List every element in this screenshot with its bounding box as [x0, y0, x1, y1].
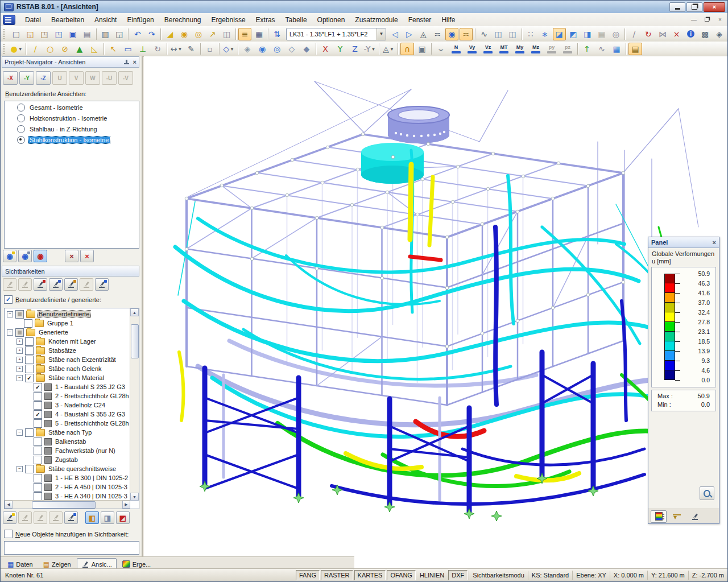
view-button-w[interactable]: W	[85, 71, 100, 85]
result-mz-button[interactable]: Mz	[528, 43, 543, 55]
tree-checkbox[interactable]	[15, 328, 24, 337]
tree-expander-icon[interactable]: −	[7, 329, 13, 336]
rotate-member-button[interactable]: ↻	[151, 43, 164, 55]
info-button[interactable]: i	[684, 28, 697, 40]
tree-checkbox[interactable]	[34, 456, 42, 464]
vis-union-button[interactable]: ◧	[85, 511, 99, 524]
menu-ansicht[interactable]: Ansicht	[89, 14, 122, 26]
project-manager-button[interactable]: ◳	[38, 28, 51, 40]
new-support-button[interactable]: ⊥	[136, 43, 150, 55]
view-item-1[interactable]: Holzkonstruktion - Isometrie	[5, 113, 139, 123]
new-file-button[interactable]: ▢	[10, 28, 23, 40]
view-button-v[interactable]: V	[69, 71, 84, 85]
print-preview-button[interactable]: ◲	[113, 28, 126, 40]
view-z-button[interactable]: Z	[348, 43, 362, 55]
tree-checkbox[interactable]	[34, 419, 42, 428]
selection-mode-button[interactable]: ◎	[609, 28, 622, 40]
panel-tab-filter[interactable]	[687, 510, 703, 523]
pick-object-button[interactable]: ↗	[206, 28, 219, 40]
tree-checkbox[interactable]	[34, 437, 42, 446]
tree-checkbox[interactable]	[34, 492, 42, 501]
vis-tool-2-button[interactable]	[18, 511, 32, 524]
visibility-cancel-button[interactable]: ◉	[34, 250, 47, 262]
navigator-close-icon[interactable]: ×	[133, 59, 136, 65]
print-button[interactable]: ▥	[99, 28, 112, 40]
vis-mode-all-button[interactable]	[3, 278, 16, 291]
result-py-button[interactable]: py	[544, 43, 559, 55]
zoom-out-button[interactable]: ◎	[270, 43, 284, 55]
new-node-button[interactable]: ●▼	[10, 43, 23, 55]
menu-ergebnisse[interactable]: Ergebnisse	[206, 14, 251, 26]
menu-extras[interactable]: Extras	[251, 14, 280, 26]
view-button--x[interactable]: -X	[3, 71, 18, 85]
extend-member-button[interactable]: ◺	[88, 43, 101, 55]
tree-item[interactable]: +Stäbe nach Exzentrizität	[6, 355, 130, 364]
visibility-by-views-button[interactable]: ◉	[18, 250, 32, 262]
tree-item[interactable]: −✓Stäbe nach Material	[6, 373, 130, 382]
tree-checkbox[interactable]: ✓	[25, 374, 34, 382]
vis-edit-button[interactable]	[3, 511, 16, 524]
vis-mode-covered-button[interactable]	[18, 278, 32, 291]
open-file-button[interactable]: ◱	[24, 28, 37, 40]
load-display-button[interactable]: ∿	[478, 28, 491, 40]
move-node-button[interactable]: ↖	[106, 43, 120, 55]
tree-item[interactable]: −Generierte	[6, 328, 130, 337]
pin-icon[interactable]	[123, 59, 130, 65]
panel-title-bar[interactable]: Panel ×	[648, 237, 719, 248]
tree-item[interactable]: Zugstab	[6, 455, 130, 464]
tree-checkbox[interactable]	[25, 337, 34, 346]
node-on-member-button[interactable]: ○	[43, 43, 57, 55]
status-toggle-dxf[interactable]: DXF	[448, 570, 468, 580]
select-line-button[interactable]: ∕	[627, 28, 640, 40]
view-delete-all-button[interactable]: ×	[80, 250, 94, 262]
menu-datei[interactable]: Datei	[20, 14, 46, 26]
tree-expander-icon[interactable]: +	[16, 357, 23, 363]
vis-cancel-button[interactable]	[95, 278, 109, 291]
new-model-data-button[interactable]: ◢	[163, 28, 176, 40]
wireframe-view-button[interactable]: ◇	[285, 43, 299, 55]
move-grid-button[interactable]: ∷	[524, 28, 537, 40]
print-graphic-button[interactable]: ▣	[415, 43, 429, 55]
panel-close-icon[interactable]: ×	[713, 239, 716, 246]
mdi-restore-button[interactable]	[701, 15, 713, 24]
menu-optionen[interactable]: Optionen	[312, 14, 350, 26]
redo-button[interactable]: ↷	[145, 28, 158, 40]
view-button--y[interactable]: -Y	[19, 71, 34, 85]
previous-loadcase-button[interactable]: ◁	[388, 28, 402, 40]
tree-expander-icon[interactable]: +	[16, 366, 23, 372]
menu-berechnung[interactable]: Berechnung	[159, 14, 206, 26]
table-grid-button[interactable]: ▦	[253, 28, 266, 40]
tree-item[interactable]: −Benutzerdefinierte	[6, 309, 130, 319]
tree-item[interactable]: 1 - HE B 300 | DIN 1025-2	[6, 473, 130, 482]
workplane-xz-button[interactable]: ◨	[581, 28, 594, 40]
display-tables-button[interactable]: ≡	[238, 28, 251, 40]
vis-difference-button[interactable]: ◩	[116, 511, 130, 524]
visibility-new-button[interactable]: ◉	[3, 250, 16, 262]
select-window-button[interactable]: ▫	[203, 43, 217, 55]
dimension-button[interactable]: ↔▼	[169, 43, 183, 55]
radio-icon[interactable]	[17, 125, 25, 133]
view-item-2[interactable]: Stahlbau - in Z-Richtung	[5, 124, 139, 134]
tree-checkbox[interactable]: ✓	[34, 410, 42, 419]
radio-icon[interactable]	[17, 136, 25, 144]
view-button--u[interactable]: -U	[102, 71, 117, 85]
vis-tool-3-button[interactable]	[34, 511, 47, 524]
status-toggle-hlinien[interactable]: HLINIEN	[417, 571, 447, 580]
connect-members-button[interactable]: ▲	[73, 43, 86, 55]
window-arrange-2-button[interactable]: ◫	[506, 28, 519, 40]
result-n-button[interactable]: N	[449, 43, 464, 55]
vis-intersection-button[interactable]: ◨	[101, 511, 114, 524]
vis-inverse-button[interactable]	[80, 278, 93, 291]
vis-by-selection-button[interactable]	[34, 278, 47, 291]
menu-fenster[interactable]: Fenster	[403, 14, 437, 26]
new-member-button[interactable]: ∕	[28, 43, 42, 55]
tree-checkbox[interactable]	[24, 319, 32, 328]
generate-loads-button[interactable]: ◉	[177, 28, 191, 40]
result-diagrams-button[interactable]: ∩	[400, 43, 414, 55]
tree-item[interactable]: 2 - HE A 450 | DIN 1025-3	[6, 482, 130, 492]
tree-item[interactable]: ✓4 - Baustahl S 355 J2 G3	[6, 410, 130, 419]
tree-checkbox[interactable]: ✓	[34, 383, 42, 391]
status-toggle-kartes[interactable]: KARTES	[354, 570, 386, 580]
status-toggle-raster[interactable]: RASTER	[321, 570, 353, 580]
new-objects-checkbox-row[interactable]: Neue Objekte hinzufügen in Sichtbarkeit:	[4, 530, 129, 538]
